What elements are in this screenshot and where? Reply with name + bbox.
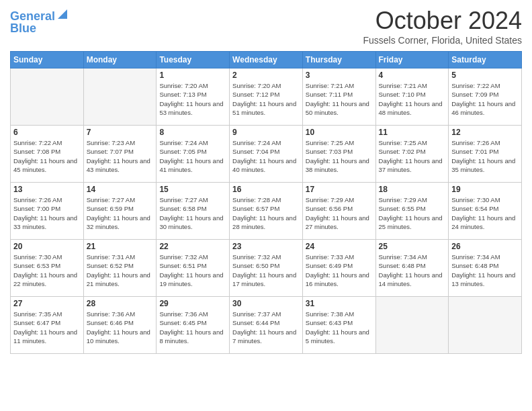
- day-number: 22: [159, 242, 226, 251]
- day-info: Sunrise: 7:26 AM Sunset: 7:01 PM Dayligh…: [451, 138, 519, 174]
- day-number: 18: [379, 185, 446, 194]
- calendar-cell: 1Sunrise: 7:20 AM Sunset: 7:13 PM Daylig…: [157, 68, 230, 126]
- day-info: Sunrise: 7:30 AM Sunset: 6:54 PM Dayligh…: [451, 195, 519, 231]
- day-number: 30: [232, 299, 300, 308]
- day-info: Sunrise: 7:28 AM Sunset: 6:57 PM Dayligh…: [232, 195, 300, 231]
- day-info: Sunrise: 7:24 AM Sunset: 7:04 PM Dayligh…: [232, 138, 300, 174]
- calendar-cell: 14Sunrise: 7:27 AM Sunset: 6:59 PM Dayli…: [83, 183, 157, 240]
- day-header-saturday: Saturday: [449, 52, 522, 68]
- calendar-cell: 22Sunrise: 7:32 AM Sunset: 6:51 PM Dayli…: [157, 240, 230, 297]
- day-number: 4: [379, 71, 446, 80]
- day-header-thursday: Thursday: [302, 52, 375, 68]
- calendar-cell: 20Sunrise: 7:30 AM Sunset: 6:53 PM Dayli…: [11, 240, 84, 297]
- calendar-week-1: 1Sunrise: 7:20 AM Sunset: 7:13 PM Daylig…: [11, 68, 522, 126]
- calendar-cell: 9Sunrise: 7:24 AM Sunset: 7:04 PM Daylig…: [230, 126, 303, 183]
- month-title: October 2024: [363, 7, 522, 35]
- calendar-cell: 3Sunrise: 7:21 AM Sunset: 7:11 PM Daylig…: [302, 68, 375, 126]
- day-info: Sunrise: 7:30 AM Sunset: 6:53 PM Dayligh…: [13, 253, 81, 288]
- day-number: 10: [306, 128, 373, 137]
- calendar-cell: 27Sunrise: 7:35 AM Sunset: 6:47 PM Dayli…: [11, 297, 84, 354]
- day-number: 3: [306, 71, 373, 80]
- day-info: Sunrise: 7:24 AM Sunset: 7:05 PM Dayligh…: [159, 138, 226, 174]
- day-info: Sunrise: 7:21 AM Sunset: 7:11 PM Dayligh…: [306, 81, 373, 117]
- calendar-cell: [449, 297, 522, 354]
- day-number: 20: [13, 242, 81, 251]
- header-row: SundayMondayTuesdayWednesdayThursdayFrid…: [11, 52, 522, 68]
- day-number: 31: [306, 299, 373, 308]
- day-info: Sunrise: 7:37 AM Sunset: 6:44 PM Dayligh…: [232, 310, 300, 345]
- calendar-cell: 24Sunrise: 7:33 AM Sunset: 6:49 PM Dayli…: [302, 240, 375, 297]
- day-info: Sunrise: 7:38 AM Sunset: 6:43 PM Dayligh…: [306, 310, 373, 345]
- calendar-cell: [375, 297, 449, 354]
- day-number: 13: [13, 185, 81, 194]
- calendar-cell: 6Sunrise: 7:22 AM Sunset: 7:08 PM Daylig…: [11, 126, 84, 183]
- day-info: Sunrise: 7:25 AM Sunset: 7:03 PM Dayligh…: [306, 138, 373, 174]
- calendar-cell: 8Sunrise: 7:24 AM Sunset: 7:05 PM Daylig…: [157, 126, 230, 183]
- logo-text2: Blue: [10, 22, 36, 36]
- day-header-monday: Monday: [83, 52, 157, 68]
- calendar-cell: 7Sunrise: 7:23 AM Sunset: 7:07 PM Daylig…: [83, 126, 157, 183]
- day-info: Sunrise: 7:32 AM Sunset: 6:50 PM Dayligh…: [232, 253, 300, 288]
- calendar-cell: 2Sunrise: 7:20 AM Sunset: 7:12 PM Daylig…: [230, 68, 303, 126]
- logo: General Blue: [10, 10, 69, 36]
- calendar-cell: 5Sunrise: 7:22 AM Sunset: 7:09 PM Daylig…: [449, 68, 522, 126]
- calendar-cell: 28Sunrise: 7:36 AM Sunset: 6:46 PM Dayli…: [83, 297, 157, 354]
- calendar-cell: [11, 68, 84, 126]
- calendar-cell: 30Sunrise: 7:37 AM Sunset: 6:44 PM Dayli…: [230, 297, 303, 354]
- day-number: 11: [379, 128, 446, 137]
- day-info: Sunrise: 7:26 AM Sunset: 7:00 PM Dayligh…: [13, 195, 81, 231]
- day-info: Sunrise: 7:34 AM Sunset: 6:48 PM Dayligh…: [451, 253, 519, 288]
- day-info: Sunrise: 7:34 AM Sunset: 6:48 PM Dayligh…: [379, 253, 446, 288]
- day-info: Sunrise: 7:25 AM Sunset: 7:02 PM Dayligh…: [379, 138, 446, 174]
- day-number: 14: [87, 185, 154, 194]
- day-number: 8: [159, 128, 226, 137]
- day-number: 29: [159, 299, 226, 308]
- day-number: 27: [13, 299, 81, 308]
- day-info: Sunrise: 7:29 AM Sunset: 6:55 PM Dayligh…: [379, 195, 446, 231]
- calendar-cell: 19Sunrise: 7:30 AM Sunset: 6:54 PM Dayli…: [449, 183, 522, 240]
- page-container: General Blue October 2024 Fussels Corner…: [0, 0, 532, 411]
- calendar-cell: 4Sunrise: 7:21 AM Sunset: 7:10 PM Daylig…: [375, 68, 449, 126]
- calendar-week-4: 20Sunrise: 7:30 AM Sunset: 6:53 PM Dayli…: [11, 240, 522, 297]
- day-number: 17: [306, 185, 373, 194]
- calendar-cell: 26Sunrise: 7:34 AM Sunset: 6:48 PM Dayli…: [449, 240, 522, 297]
- day-number: 15: [159, 185, 226, 194]
- logo-icon: [56, 8, 69, 20]
- title-block: October 2024 Fussels Corner, Florida, Un…: [363, 7, 522, 46]
- day-info: Sunrise: 7:20 AM Sunset: 7:12 PM Dayligh…: [232, 81, 300, 117]
- day-info: Sunrise: 7:32 AM Sunset: 6:51 PM Dayligh…: [159, 253, 226, 288]
- day-number: 12: [451, 128, 519, 137]
- day-header-wednesday: Wednesday: [230, 52, 303, 68]
- day-number: 9: [232, 128, 300, 137]
- calendar-cell: 31Sunrise: 7:38 AM Sunset: 6:43 PM Dayli…: [302, 297, 375, 354]
- day-info: Sunrise: 7:27 AM Sunset: 6:58 PM Dayligh…: [159, 195, 226, 231]
- calendar-cell: 13Sunrise: 7:26 AM Sunset: 7:00 PM Dayli…: [11, 183, 84, 240]
- day-info: Sunrise: 7:20 AM Sunset: 7:13 PM Dayligh…: [159, 81, 226, 117]
- day-number: 1: [159, 71, 226, 80]
- day-number: 16: [232, 185, 300, 194]
- day-info: Sunrise: 7:22 AM Sunset: 7:09 PM Dayligh…: [451, 81, 519, 117]
- day-header-sunday: Sunday: [11, 52, 84, 68]
- day-info: Sunrise: 7:29 AM Sunset: 6:56 PM Dayligh…: [306, 195, 373, 231]
- calendar-cell: 16Sunrise: 7:28 AM Sunset: 6:57 PM Dayli…: [230, 183, 303, 240]
- calendar-cell: 29Sunrise: 7:36 AM Sunset: 6:45 PM Dayli…: [157, 297, 230, 354]
- day-info: Sunrise: 7:31 AM Sunset: 6:52 PM Dayligh…: [87, 253, 154, 288]
- day-info: Sunrise: 7:21 AM Sunset: 7:10 PM Dayligh…: [379, 81, 446, 117]
- location: Fussels Corner, Florida, United States: [363, 35, 522, 46]
- day-header-friday: Friday: [375, 52, 449, 68]
- calendar-cell: 15Sunrise: 7:27 AM Sunset: 6:58 PM Dayli…: [157, 183, 230, 240]
- calendar-cell: 21Sunrise: 7:31 AM Sunset: 6:52 PM Dayli…: [83, 240, 157, 297]
- day-number: 28: [87, 299, 154, 308]
- calendar-body: 1Sunrise: 7:20 AM Sunset: 7:13 PM Daylig…: [11, 68, 522, 354]
- day-number: 6: [13, 128, 81, 137]
- calendar-cell: 23Sunrise: 7:32 AM Sunset: 6:50 PM Dayli…: [230, 240, 303, 297]
- day-info: Sunrise: 7:23 AM Sunset: 7:07 PM Dayligh…: [87, 138, 154, 174]
- calendar-table: SundayMondayTuesdayWednesdayThursdayFrid…: [10, 51, 522, 354]
- day-number: 23: [232, 242, 300, 251]
- calendar-week-3: 13Sunrise: 7:26 AM Sunset: 7:00 PM Dayli…: [11, 183, 522, 240]
- day-info: Sunrise: 7:35 AM Sunset: 6:47 PM Dayligh…: [13, 310, 81, 345]
- day-info: Sunrise: 7:27 AM Sunset: 6:59 PM Dayligh…: [87, 195, 154, 231]
- day-info: Sunrise: 7:36 AM Sunset: 6:46 PM Dayligh…: [87, 310, 154, 345]
- svg-marker-0: [58, 9, 67, 19]
- calendar-cell: 18Sunrise: 7:29 AM Sunset: 6:55 PM Dayli…: [375, 183, 449, 240]
